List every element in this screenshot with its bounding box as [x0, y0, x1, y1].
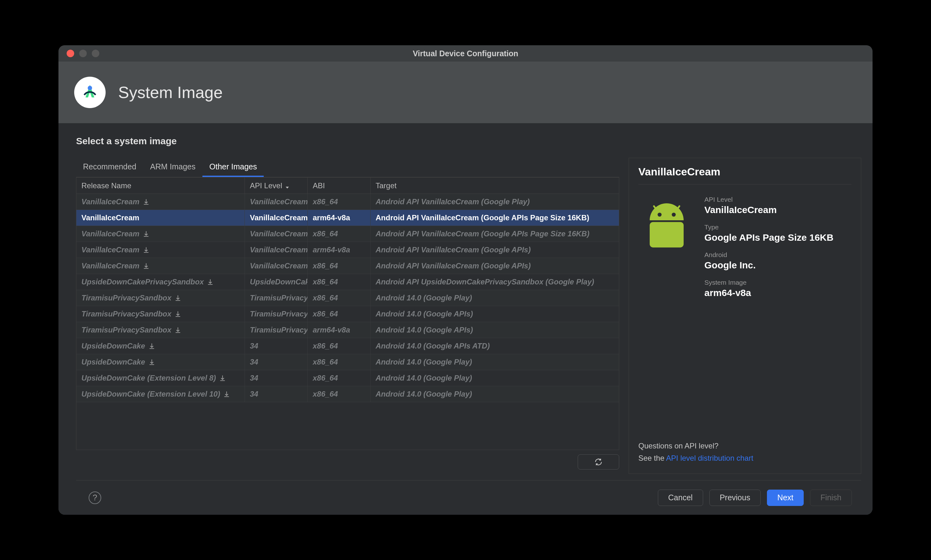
table-row[interactable]: UpsideDownCake34x86_64Android 14.0 (Goog… [76, 354, 619, 370]
col-api-level[interactable]: API Level [245, 178, 308, 194]
android-robot-icon [639, 198, 695, 440]
svg-point-0 [88, 86, 92, 90]
table-row[interactable]: UpsideDownCake (Extension Level 8)34x86_… [76, 370, 619, 386]
table-row[interactable]: VanillaIceCreamVanillaIceCreamarm64-v8aA… [76, 242, 619, 258]
tab-arm-images[interactable]: ARM Images [143, 158, 202, 177]
cell-target: Android 14.0 (Google Play) [371, 370, 619, 386]
table-row[interactable]: TiramisuPrivacySandboxTiramisuPrivacySar… [76, 322, 619, 338]
col-target[interactable]: Target [371, 178, 619, 194]
wizard-header: System Image [58, 62, 873, 123]
table-body[interactable]: VanillaIceCreamVanillaIceCreamx86_64Andr… [76, 194, 619, 450]
tab-recommended[interactable]: Recommended [76, 158, 143, 177]
help-see: See the [639, 454, 666, 462]
tab-other-images[interactable]: Other Images [202, 158, 264, 177]
download-icon[interactable] [148, 343, 155, 349]
cell-api-level: VanillaIceCream [245, 194, 308, 209]
download-icon[interactable] [219, 375, 226, 382]
download-icon[interactable] [143, 246, 149, 253]
cell-target: Android API VanillaIceCream (Google APIs… [371, 258, 619, 274]
cell-abi: x86_64 [308, 338, 371, 354]
download-icon[interactable] [207, 278, 214, 285]
cell-release-name: VanillaIceCream [76, 242, 245, 258]
titlebar: Virtual Device Configuration [58, 45, 873, 62]
col-release-name[interactable]: Release Name [76, 178, 245, 194]
cancel-button[interactable]: Cancel [658, 489, 703, 506]
table-row[interactable]: TiramisuPrivacySandboxTiramisuPrivacySx8… [76, 290, 619, 306]
sort-descending-icon [285, 183, 290, 188]
cell-api-level: TiramisuPrivacyS [245, 306, 308, 322]
cell-api-level: 34 [245, 354, 308, 370]
cell-release-name: VanillaIceCream [76, 194, 245, 209]
table-row[interactable]: UpsideDownCake34x86_64Android 14.0 (Goog… [76, 338, 619, 354]
col-abi[interactable]: ABI [308, 178, 371, 194]
cell-release-name: VanillaIceCream [76, 258, 245, 274]
refresh-icon [594, 458, 603, 466]
cell-api-level: 34 [245, 386, 308, 402]
dialog-window: Virtual Device Configuration System Imag… [58, 45, 873, 515]
content-area: Select a system image RecommendedARM Ima… [58, 123, 873, 515]
cell-release-name: UpsideDownCake [76, 354, 245, 370]
cell-api-level: VanillaIceCream [245, 258, 308, 274]
refresh-button[interactable] [578, 454, 619, 469]
cell-target: Android API VanillaIceCream (Google APIs… [371, 210, 619, 226]
spec-type-value: Google APIs Page Size 16KB [704, 232, 851, 243]
cell-api-level: 34 [245, 370, 308, 386]
cell-release-name: TiramisuPrivacySandbox [76, 306, 245, 322]
cell-release-name: VanillaIceCream [76, 226, 245, 242]
table-row[interactable]: VanillaIceCreamVanillaIceCreamx86_64Andr… [76, 258, 619, 274]
cell-release-name: UpsideDownCake [76, 338, 245, 354]
table-row[interactable]: VanillaIceCreamVanillaIceCreamarm64-v8aA… [76, 210, 619, 226]
col-api-label: API Level [250, 182, 282, 190]
help-button[interactable]: ? [89, 491, 101, 504]
help-question: Questions on API level? [639, 440, 851, 452]
cell-abi: arm64-v8a [308, 242, 371, 258]
cell-target: Android API VanillaIceCream (Google APIs… [371, 242, 619, 258]
cell-api-level: TiramisuPrivacyS [245, 322, 308, 338]
cell-release-name: UpsideDownCake (Extension Level 10) [76, 386, 245, 402]
cell-abi: x86_64 [308, 226, 371, 242]
minimize-icon [79, 50, 87, 57]
cell-target: Android API VanillaIceCream (Google APIs… [371, 226, 619, 242]
svg-point-4 [672, 213, 676, 217]
table-header: Release Name API Level ABI Target [76, 178, 619, 194]
previous-button[interactable]: Previous [709, 489, 761, 506]
window-title: Virtual Device Configuration [413, 49, 518, 58]
cell-abi: x86_64 [308, 386, 371, 402]
download-icon[interactable] [223, 391, 230, 397]
details-title: VanillaIceCream [639, 166, 851, 185]
download-icon[interactable] [174, 311, 182, 317]
cell-abi: x86_64 [308, 290, 371, 306]
spec-sysimg-value: arm64-v8a [704, 288, 851, 298]
page-title: System Image [118, 83, 223, 102]
download-icon[interactable] [143, 262, 149, 269]
cell-api-level: TiramisuPrivacyS [245, 290, 308, 306]
table-row[interactable]: VanillaIceCreamVanillaIceCreamx86_64Andr… [76, 194, 619, 210]
spec-android-label: Android [704, 251, 851, 258]
cell-target: Android 14.0 (Google APIs ATD) [371, 338, 619, 354]
download-icon[interactable] [174, 294, 182, 302]
cell-abi: x86_64 [308, 194, 371, 209]
cell-target: Android 14.0 (Google APIs) [371, 306, 619, 322]
download-icon[interactable] [148, 358, 155, 366]
next-button[interactable]: Next [767, 489, 804, 506]
table-row[interactable]: TiramisuPrivacySandboxTiramisuPrivacySx8… [76, 306, 619, 322]
api-distribution-link[interactable]: API level distribution chart [666, 454, 753, 462]
table-row[interactable]: UpsideDownCakePrivacySandboxUpsideDownCa… [76, 274, 619, 290]
cell-abi: x86_64 [308, 258, 371, 274]
download-icon[interactable] [174, 326, 182, 334]
wizard-footer: ? Cancel Previous Next Finish [76, 480, 861, 515]
spec-list: API Level VanillaIceCream Type Google AP… [704, 196, 851, 440]
cell-release-name: UpsideDownCake (Extension Level 8) [76, 370, 245, 386]
download-icon[interactable] [143, 198, 149, 205]
cell-target: Android API UpsideDownCakePrivacySandbox… [371, 274, 619, 290]
cell-abi: arm64-v8a [308, 322, 371, 338]
cell-abi: x86_64 [308, 306, 371, 322]
spec-type-label: Type [704, 223, 851, 231]
spec-sysimg-label: System Image [704, 279, 851, 286]
svg-rect-5 [650, 222, 684, 247]
table-row[interactable]: UpsideDownCake (Extension Level 10)34x86… [76, 386, 619, 402]
download-icon[interactable] [143, 230, 149, 237]
table-row[interactable]: VanillaIceCreamVanillaIceCreamx86_64Andr… [76, 226, 619, 242]
cell-api-level: 34 [245, 338, 308, 354]
close-icon[interactable] [67, 50, 74, 57]
